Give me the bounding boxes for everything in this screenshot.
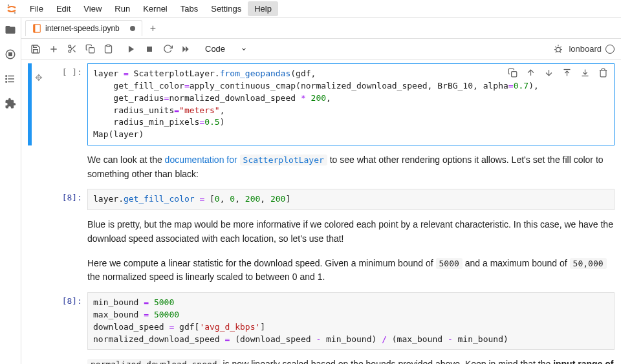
cell-prompt: [8]:: [46, 292, 87, 350]
copy-button[interactable]: [82, 41, 98, 57]
stop-button[interactable]: [142, 41, 157, 57]
kernel-status-icon: [605, 45, 615, 54]
delete-icon[interactable]: [596, 65, 610, 80]
left-sidebar: [0, 18, 21, 364]
restart-button[interactable]: [160, 41, 175, 57]
menu-settings[interactable]: Settings: [204, 1, 248, 16]
debug-icon[interactable]: [550, 41, 566, 57]
code-editor[interactable]: layer = ScatterplotLayer.from_geopandas(…: [87, 63, 615, 145]
markdown-cell[interactable]: We can look at the documentation for Sca…: [28, 151, 615, 184]
paste-button[interactable]: [100, 41, 116, 57]
run-button[interactable]: [124, 41, 139, 57]
toc-icon[interactable]: [4, 72, 17, 85]
markdown-cell[interactable]: normalized_download_speed is now linearl…: [28, 355, 615, 364]
notebook-icon: [32, 24, 41, 33]
markdown-content: We can look at the documentation for Sca…: [87, 151, 615, 184]
kernel-name: lonboard: [569, 44, 602, 54]
kernel-indicator[interactable]: lonboard: [569, 44, 615, 54]
duplicate-icon[interactable]: [505, 65, 519, 80]
svg-rect-11: [34, 25, 36, 32]
code-cell[interactable]: [8]: min_bound = 5000 max_bound = 50000 …: [28, 292, 615, 350]
markdown-content: Blue is pretty, but the map would be mor…: [87, 215, 615, 248]
code-cell[interactable]: [8]: layer.get_fill_color = [0, 0, 200, …: [28, 189, 615, 210]
markdown-content: Here we compute a linear statistic for t…: [87, 254, 615, 287]
svg-line-28: [561, 47, 561, 47]
svg-line-31: [556, 51, 556, 52]
cell-type-select[interactable]: Code: [200, 43, 252, 55]
menu-run[interactable]: Run: [108, 1, 136, 16]
svg-rect-33: [511, 71, 516, 76]
code-editor[interactable]: min_bound = 5000 max_bound = 50000 downl…: [87, 292, 615, 350]
doc-link[interactable]: documentation for ScatterplotLayer: [165, 155, 327, 165]
svg-line-18: [71, 47, 72, 48]
extension-icon[interactable]: [4, 97, 17, 110]
svg-rect-19: [89, 48, 94, 53]
move-up-icon[interactable]: [523, 65, 538, 80]
main-area: internet-speeds.ipynb + Code lonboard: [0, 18, 621, 364]
tabbar: internet-speeds.ipynb +: [21, 18, 621, 39]
svg-line-17: [73, 50, 75, 52]
menu-edit[interactable]: Edit: [50, 1, 77, 16]
svg-line-27: [556, 47, 556, 47]
add-cell-button[interactable]: [46, 41, 61, 57]
cell-toolbar: [505, 65, 610, 80]
chevron-down-icon: [241, 46, 247, 52]
svg-point-9: [6, 81, 7, 83]
cell-type-label: Code: [205, 44, 225, 54]
tab-label: internet-speeds.ipynb: [45, 24, 120, 33]
save-button[interactable]: [28, 41, 43, 57]
menu-help[interactable]: Help: [248, 1, 278, 16]
notebook-body[interactable]: ✥ [ ]: layer = ScatterplotLayer.from_geo…: [21, 59, 621, 364]
code-cell[interactable]: ✥ [ ]: layer = ScatterplotLayer.from_geo…: [28, 63, 615, 145]
svg-point-1: [14, 12, 16, 13]
svg-marker-23: [182, 46, 186, 52]
tab-dirty-indicator[interactable]: [130, 26, 135, 31]
running-icon[interactable]: [4, 48, 17, 61]
insert-above-icon[interactable]: [560, 65, 574, 80]
drag-handle-icon[interactable]: ✥: [32, 63, 46, 145]
code-editor[interactable]: layer.get_fill_color = [0, 0, 200, 200]: [87, 189, 615, 210]
new-tab-button[interactable]: +: [145, 20, 161, 37]
svg-marker-24: [186, 46, 189, 52]
svg-point-8: [6, 78, 7, 80]
jupyter-logo: [5, 3, 18, 16]
menu-file[interactable]: File: [23, 1, 50, 16]
menu-tabs[interactable]: Tabs: [174, 1, 204, 16]
move-down-icon[interactable]: [541, 65, 556, 80]
content-area: internet-speeds.ipynb + Code lonboard: [21, 18, 621, 364]
svg-marker-21: [129, 45, 134, 52]
svg-point-0: [8, 4, 9, 5]
markdown-content: normalized_download_speed is now linearl…: [87, 355, 615, 364]
svg-point-7: [6, 76, 7, 77]
svg-rect-20: [107, 45, 110, 47]
notebook-toolbar: Code lonboard: [21, 39, 621, 59]
markdown-cell[interactable]: Here we compute a linear statistic for t…: [28, 254, 615, 287]
svg-rect-22: [147, 47, 152, 52]
svg-point-14: [68, 45, 71, 48]
svg-line-32: [560, 51, 561, 52]
insert-below-icon[interactable]: [578, 65, 592, 80]
svg-point-15: [68, 50, 71, 52]
cell-prompt: [8]:: [46, 189, 87, 210]
markdown-cell[interactable]: Blue is pretty, but the map would be mor…: [28, 215, 615, 248]
svg-rect-3: [9, 53, 12, 56]
folder-icon[interactable]: [4, 23, 17, 36]
menubar: File Edit View Run Kernel Tabs Settings …: [0, 0, 621, 18]
menu-kernel[interactable]: Kernel: [136, 1, 174, 16]
cut-button[interactable]: [64, 41, 80, 57]
notebook-tab[interactable]: internet-speeds.ipynb: [25, 20, 142, 36]
svg-point-25: [556, 47, 561, 52]
menu-view[interactable]: View: [77, 1, 108, 16]
restart-run-all-button[interactable]: [178, 41, 193, 57]
cell-prompt: [ ]:: [46, 63, 87, 145]
